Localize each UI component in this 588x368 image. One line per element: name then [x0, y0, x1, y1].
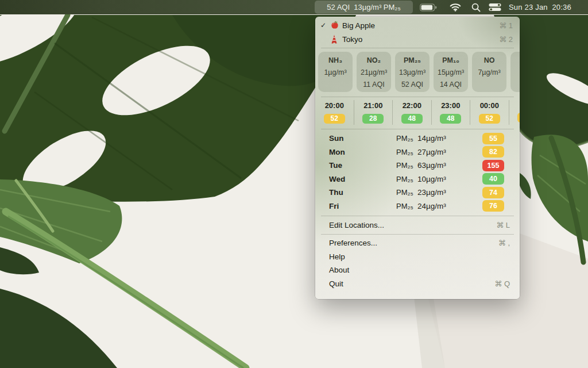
menu-item-edit-locations[interactable]: Edit Locations... ⌘ L	[315, 216, 520, 234]
hour-time: 21:00	[354, 101, 393, 110]
metric-label: PM₂₅	[396, 202, 417, 210]
location-label: Big Apple	[342, 21, 375, 30]
aqi-badge: 82	[482, 146, 504, 158]
metric-value: 27µg/m³	[417, 148, 482, 156]
daily-row-fri: Fri PM₂₅ 24µg/m³ 76	[315, 200, 520, 213]
daily-forecast-table: Sun PM₂₅ 14µg/m³ 55 Mon PM₂₅ 27µg/m³ 82 …	[315, 129, 520, 216]
desktop: 52 AQI 13µg/m³ PM₂₅	[0, 0, 588, 368]
pollutant-aqi	[318, 79, 353, 91]
aqi-badge	[517, 113, 520, 122]
metric-label: PM₂₅	[396, 134, 417, 143]
pollutant-aqi	[510, 79, 520, 91]
hour-column: 22:00 48	[393, 100, 432, 125]
menu-item-label: Quit	[329, 279, 343, 288]
location-item-tokyo[interactable]: Tokyo ⌘ 2	[315, 32, 520, 46]
pollutant-value: 7µg/m³	[472, 67, 506, 79]
menu-item-label: About	[329, 266, 349, 274]
tokyo-tower-emoji	[330, 34, 342, 44]
hour-time: 0	[509, 101, 520, 110]
clock-text: Sun 23 Jan 20:36	[509, 3, 571, 12]
control-center-icon[interactable]	[489, 0, 501, 14]
metric-value: 23µg/m³	[417, 188, 482, 197]
day-label: Tue	[329, 161, 396, 170]
daily-row-sun: Sun PM₂₅ 14µg/m³ 55	[315, 132, 520, 145]
pollutant-card-clipped	[510, 52, 520, 92]
menu-item-shortcut: ⌘ ,	[498, 239, 510, 247]
hour-time: 22:00	[393, 101, 431, 110]
menu-item-help[interactable]: Help	[315, 250, 520, 264]
pollutant-aqi	[472, 79, 506, 91]
hourly-forecast-row: 20:00 52 21:00 28 22:00 48 23:00 48 00:0…	[315, 97, 520, 129]
pollutant-name: NO	[472, 55, 506, 67]
pollutant-card-pm25: PM₂₅ 13µg/m³ 52 AQI	[395, 52, 430, 92]
day-label: Mon	[329, 148, 396, 156]
menu-item-shortcut: ⌘ Q	[494, 279, 510, 288]
hour-column-clipped: 0	[509, 100, 520, 125]
hour-time: 23:00	[432, 101, 470, 110]
aqi-status-text: 52 AQI 13µg/m³ PM₂₅	[327, 3, 400, 12]
location-shortcut: ⌘ 2	[499, 35, 513, 44]
day-label: Fri	[329, 202, 396, 210]
metric-value: 24µg/m³	[417, 202, 482, 210]
pollutant-card-nh3: NH₃ 1µg/m³	[318, 52, 353, 92]
hour-column: 00:00 52	[470, 100, 509, 125]
pollutant-aqi: 52 AQI	[395, 79, 430, 91]
day-label: Thu	[329, 188, 396, 197]
aqi-badge: 28	[362, 114, 384, 124]
metric-label: PM₂₅	[396, 161, 417, 170]
pollutant-name: NO₂	[357, 55, 391, 67]
menu-item-preferences[interactable]: Preferences... ⌘ ,	[315, 236, 520, 250]
daily-row-tue: Tue PM₂₅ 63µg/m³ 155	[315, 159, 520, 172]
pollutant-name: PM₂₅	[395, 55, 430, 67]
aqi-badge: 48	[440, 114, 461, 124]
aqi-badge: 76	[482, 200, 504, 212]
aqi-badge: 74	[482, 187, 504, 198]
menu-bar: 52 AQI 13µg/m³ PM₂₅	[0, 0, 588, 14]
battery-icon[interactable]	[420, 0, 437, 14]
daily-row-thu: Thu PM₂₅ 23µg/m³ 74	[315, 186, 520, 200]
aqi-badge: 55	[482, 133, 504, 144]
aqi-badge: 48	[401, 114, 423, 124]
apple-emoji	[330, 21, 342, 30]
location-item-big-apple[interactable]: ✓ Big Apple ⌘ 1	[315, 18, 520, 32]
menu-item-quit[interactable]: Quit ⌘ Q	[315, 277, 520, 291]
pollutant-name	[510, 55, 520, 67]
location-shortcut: ⌘ 1	[499, 21, 513, 30]
metric-value: 10µg/m³	[417, 175, 482, 183]
daily-row-mon: Mon PM₂₅ 27µg/m³ 82	[315, 145, 520, 159]
aqi-menu-extra[interactable]: 52 AQI 13µg/m³ PM₂₅	[315, 1, 413, 14]
pollutant-name: PM₁₀	[434, 55, 468, 67]
hour-column: 23:00 48	[432, 100, 471, 125]
actions-section: Preferences... ⌘ , Help About Quit ⌘ Q	[315, 235, 520, 295]
menu-item-label: Edit Locations...	[329, 221, 384, 229]
pollutant-aqi: 11 AQI	[357, 79, 391, 91]
pollutant-value: 15µg/m³	[434, 67, 468, 79]
hour-time: 20:00	[315, 101, 354, 110]
menu-item-label: Preferences...	[329, 239, 377, 247]
aqi-badge: 40	[482, 173, 504, 185]
checkmark-icon: ✓	[320, 21, 330, 29]
daily-row-wed: Wed PM₂₅ 10µg/m³ 40	[315, 172, 520, 186]
pollutant-value: 1µg/m³	[318, 67, 353, 79]
pollutant-card-no: NO 7µg/m³	[472, 52, 506, 92]
menu-item-shortcut: ⌘ L	[496, 221, 510, 229]
location-label: Tokyo	[342, 35, 362, 44]
wifi-icon[interactable]	[450, 0, 461, 14]
aqi-badge: 155	[482, 160, 504, 171]
aqi-badge: 52	[479, 114, 500, 124]
aqi-badge: 52	[324, 114, 345, 124]
pollutant-card-pm10: PM₁₀ 15µg/m³ 14 AQI	[434, 52, 468, 92]
pollutant-value: 21µg/m³	[357, 67, 391, 79]
pollutant-aqi: 14 AQI	[434, 79, 468, 91]
aqi-dropdown-menu: ✓ Big Apple ⌘ 1	[315, 17, 520, 299]
menu-item-about[interactable]: About	[315, 263, 520, 277]
pollutant-value: 13µg/m³	[395, 67, 430, 79]
metric-value: 14µg/m³	[417, 134, 482, 143]
hour-time: 00:00	[470, 101, 509, 110]
locations-section: ✓ Big Apple ⌘ 1	[315, 17, 520, 48]
metric-value: 63µg/m³	[417, 161, 482, 170]
menu-bar-clock[interactable]: Sun 23 Jan 20:36	[509, 0, 571, 14]
pollutant-value	[510, 67, 520, 79]
metric-label: PM₂₅	[396, 148, 417, 156]
search-icon[interactable]	[471, 0, 481, 14]
